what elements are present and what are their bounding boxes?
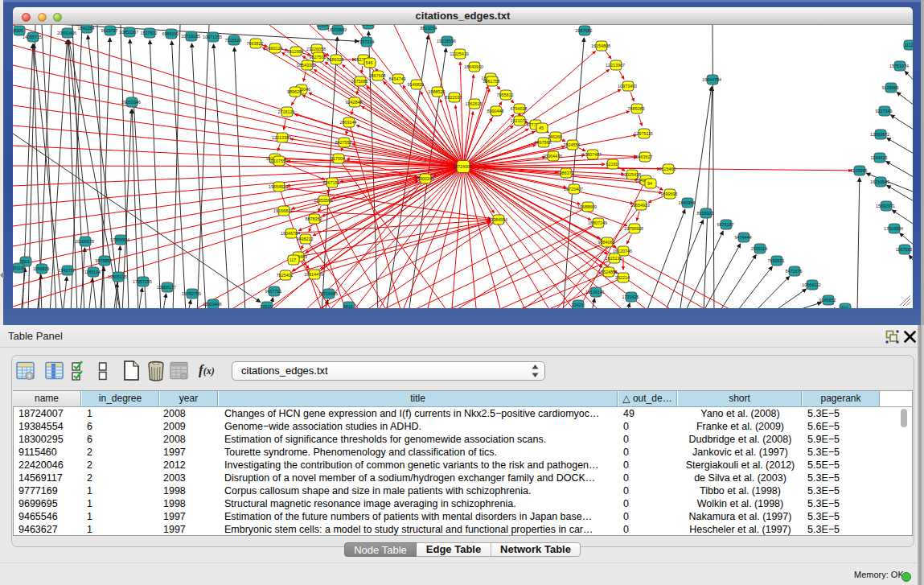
svg-text:9975857: 9975857 — [96, 258, 113, 263]
svg-text:9245652: 9245652 — [819, 298, 836, 303]
svg-text:1527602: 1527602 — [141, 31, 158, 35]
svg-text:15716485: 15716485 — [318, 291, 338, 296]
svg-text:8878352: 8878352 — [306, 216, 322, 221]
svg-text:19218596: 19218596 — [437, 39, 456, 43]
svg-text:10671355: 10671355 — [203, 35, 222, 39]
svg-text:17957255: 17957255 — [133, 279, 152, 284]
svg-text:1615132: 1615132 — [606, 256, 622, 261]
svg-text:7357224: 7357224 — [358, 39, 375, 44]
svg-text:33426: 33426 — [572, 303, 584, 307]
svg-text:9242848: 9242848 — [346, 100, 363, 105]
svg-text:23226058: 23226058 — [306, 47, 326, 51]
svg-text:8305: 8305 — [14, 28, 23, 33]
svg-text:2087682: 2087682 — [576, 28, 593, 33]
svg-text:20364436: 20364436 — [543, 154, 562, 159]
svg-text:19756928: 19756928 — [624, 226, 643, 231]
svg-text:16120746: 16120746 — [613, 249, 632, 253]
svg-text:1342757: 1342757 — [59, 268, 76, 273]
svg-text:94: 94 — [647, 181, 652, 186]
svg-text:9474444: 9474444 — [735, 235, 752, 240]
svg-text:20206578: 20206578 — [75, 239, 94, 244]
svg-text:7485083: 7485083 — [628, 106, 645, 111]
svg-text:1621072: 1621072 — [511, 118, 528, 123]
svg-text:1841254: 1841254 — [78, 26, 95, 31]
svg-text:117: 117 — [290, 257, 297, 262]
svg-text:10107554: 10107554 — [269, 159, 288, 163]
svg-text:1733426: 1733426 — [622, 295, 639, 299]
svg-text:11923466: 11923466 — [203, 302, 222, 307]
svg-text:12213389: 12213389 — [272, 135, 291, 140]
svg-text:989628: 989628 — [287, 89, 302, 94]
svg-text:924: 924 — [841, 306, 848, 308]
svg-text:546: 546 — [366, 60, 373, 65]
svg-text:7515526: 7515526 — [225, 38, 242, 43]
svg-text:10853267: 10853267 — [119, 30, 138, 35]
svg-text:17359934: 17359934 — [110, 237, 129, 242]
svg-text:6497568: 6497568 — [535, 140, 552, 145]
svg-text:12213967: 12213967 — [606, 63, 625, 68]
svg-text:10958177: 10958177 — [157, 285, 176, 290]
svg-text:17016504: 17016504 — [884, 226, 903, 231]
svg-text:917004: 917004 — [331, 156, 345, 161]
svg-text:19654923: 19654923 — [630, 203, 650, 208]
svg-text:16154808: 16154808 — [591, 43, 610, 48]
svg-text:10688609: 10688609 — [577, 204, 597, 209]
svg-text:9884067: 9884067 — [598, 240, 615, 245]
svg-text:1112: 1112 — [904, 43, 913, 47]
svg-text:12093872: 12093872 — [870, 132, 889, 137]
svg-text:8816: 8816 — [343, 304, 353, 308]
svg-text:16210643: 16210643 — [870, 179, 889, 184]
svg-text:8427552: 8427552 — [335, 140, 352, 145]
svg-text:14055715: 14055715 — [23, 35, 42, 39]
svg-text:16914479: 16914479 — [304, 272, 323, 277]
svg-text:10807487: 10807487 — [582, 152, 602, 157]
svg-text:11353594: 11353594 — [314, 198, 333, 203]
svg-text:9657791: 9657791 — [265, 289, 282, 294]
svg-text:9115460: 9115460 — [659, 167, 676, 171]
svg-text:1167533: 1167533 — [896, 247, 913, 252]
svg-text:15751074: 15751074 — [889, 64, 909, 68]
svg-text:1145194: 1145194 — [84, 270, 101, 274]
svg-text:8471676: 8471676 — [786, 269, 803, 274]
svg-text:8322037: 8322037 — [446, 95, 462, 100]
svg-text:6879197: 6879197 — [717, 222, 734, 227]
svg-text:9619797: 9619797 — [101, 28, 118, 33]
svg-text:16644784: 16644784 — [702, 77, 721, 82]
svg-text:9129966: 9129966 — [882, 85, 899, 90]
svg-text:15720407: 15720407 — [564, 187, 583, 192]
svg-text:9827503: 9827503 — [310, 55, 326, 60]
svg-text:20515: 20515 — [261, 304, 273, 308]
svg-text:16046784: 16046784 — [281, 231, 300, 236]
svg-text:18640910: 18640910 — [464, 64, 483, 69]
svg-text:9463627: 9463627 — [636, 154, 653, 159]
svg-text:2718126: 2718126 — [278, 109, 295, 114]
svg-text:10719185: 10719185 — [181, 34, 200, 39]
svg-text:16782759: 16782759 — [182, 291, 201, 296]
svg-text:9146821: 9146821 — [408, 82, 425, 87]
svg-text:1156829: 1156829 — [33, 266, 50, 271]
svg-text:8267150: 8267150 — [323, 180, 340, 185]
svg-text:20691406: 20691406 — [57, 31, 76, 35]
svg-text:62160: 62160 — [606, 162, 618, 167]
svg-text:7663822: 7663822 — [247, 41, 264, 46]
svg-text:1640954: 1640954 — [679, 200, 696, 205]
svg-text:9227349: 9227349 — [876, 109, 893, 113]
svg-text:2803144: 2803144 — [340, 120, 357, 125]
svg-text:2935114: 2935114 — [751, 246, 768, 251]
svg-text:11325419: 11325419 — [450, 51, 469, 56]
svg-text:2867608: 2867608 — [369, 73, 386, 78]
svg-text:16136141: 16136141 — [585, 290, 605, 295]
svg-text:29053346: 29053346 — [121, 100, 141, 105]
svg-text:15692971: 15692971 — [876, 204, 895, 208]
svg-text:18724007: 18724007 — [453, 164, 472, 169]
svg-text:12505135: 12505135 — [108, 274, 127, 279]
svg-text:3824554: 3824554 — [564, 142, 581, 147]
svg-text:1588520: 1588520 — [429, 89, 446, 94]
svg-text:19654925: 19654925 — [269, 184, 288, 189]
svg-text:8215955: 8215955 — [851, 168, 868, 173]
svg-text:6794028: 6794028 — [511, 106, 528, 111]
svg-text:9660124: 9660124 — [266, 46, 283, 51]
svg-text:10025438: 10025438 — [622, 172, 641, 177]
svg-text:7955812: 7955812 — [497, 93, 514, 97]
svg-text:746266: 746266 — [548, 134, 562, 139]
